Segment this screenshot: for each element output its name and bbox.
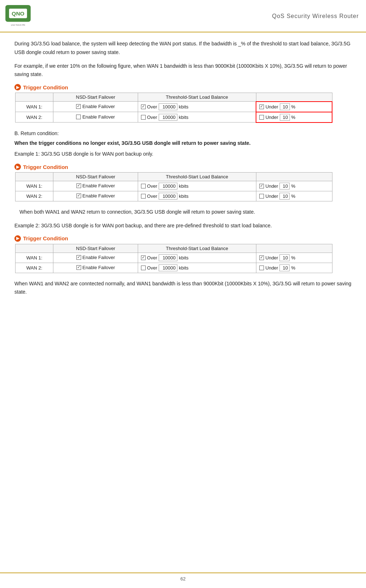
t2-wan1-thresh-value[interactable]: 10000 xyxy=(159,183,177,190)
t2-wan2-nsd-checkbox[interactable] xyxy=(76,193,81,198)
t2-wan2-extra-value[interactable]: 10 xyxy=(279,193,290,200)
t3-wan2-threshold: Over 10000 kbits xyxy=(138,263,256,273)
t3-wan1-extra: Under 10 % xyxy=(256,253,332,263)
t2-wan1-extra: Under 10 % xyxy=(256,181,332,191)
t3-wan1-nsd: Enable Failover xyxy=(53,253,138,263)
return-bold: When the trigger conditions no longer ex… xyxy=(14,139,352,148)
trigger-icon-2: ▶ xyxy=(14,164,21,170)
t3-wan2-extra-value[interactable]: 10 xyxy=(279,264,290,271)
t3-wan2-nsd-checkbox[interactable] xyxy=(76,265,81,270)
th-nsd-2: NSD-Start Failover xyxy=(53,173,138,181)
svg-text:QNO: QNO xyxy=(12,10,24,17)
t2-wan1-nsd-checkbox[interactable] xyxy=(76,183,81,188)
example1-note: When both WAN1 and WAN2 return to connec… xyxy=(14,208,352,217)
t2-wan1-nsd: Enable Failover xyxy=(53,181,138,191)
t3-wan2-extra: Under 10 % xyxy=(256,263,332,273)
wan1-threshold: Over 10000 kbits xyxy=(138,102,256,112)
example2-label: Example 2: 3G/3.5G USB dongle is for WAN… xyxy=(14,222,352,230)
wan1-label: WAN 1: xyxy=(16,102,53,112)
page-footer: 62 xyxy=(0,573,366,582)
wan2-extra-value[interactable]: 10 xyxy=(280,114,290,121)
t2-wan2-extra: Under 10 % xyxy=(256,191,332,201)
t3-wan2-label: WAN 2: xyxy=(16,263,53,273)
condition-table-1: NSD-Start Failover Threshold-Start Load … xyxy=(15,93,332,123)
wan2-extra: Under 10 % xyxy=(256,112,332,122)
trigger-section-2: ▶ Trigger Condition NSD-Start Failover T… xyxy=(14,164,352,201)
trigger-label-3: ▶ Trigger Condition xyxy=(14,235,352,242)
t2-wan1-thresh-checkbox[interactable] xyxy=(141,184,146,188)
t2-wan1-extra-value[interactable]: 10 xyxy=(279,183,290,190)
th-threshold-1: Threshold-Start Load Balance xyxy=(138,93,256,102)
trigger-label-1: ▶ Trigger Condition xyxy=(14,84,352,90)
t2-wan1-label: WAN 1: xyxy=(16,181,53,191)
t3-wan2-nsd: Enable Failover xyxy=(53,263,138,273)
table-row: WAN 1: Enable Failover Over 10000 kbits xyxy=(16,102,332,112)
return-heading: B. Return condition: xyxy=(14,129,352,138)
example2-note: When WAN1 and WAN2 are conntected normal… xyxy=(14,280,352,297)
wan2-threshold: Over 10000 kbits xyxy=(138,112,256,122)
wan1-nsd: Enable Failover xyxy=(53,102,138,112)
trigger-label-2: ▶ Trigger Condition xyxy=(14,164,352,170)
wan2-nsd: Enable Failover xyxy=(53,112,138,122)
wan1-extra-value[interactable]: 10 xyxy=(280,103,290,110)
table-row: WAN 1: Enable Failover Over 10000 kbits xyxy=(16,253,332,263)
t3-wan1-extra-checkbox[interactable] xyxy=(259,255,264,260)
wan1-nsd-checkbox[interactable] xyxy=(76,104,81,109)
wan2-nsd-checkbox[interactable] xyxy=(76,115,81,119)
wan2-label: WAN 2: xyxy=(16,112,53,122)
th-extra-1 xyxy=(256,93,332,102)
wan1-thresh-value[interactable]: 10000 xyxy=(159,103,177,110)
intro-para2: For example, if we enter 10% on the foll… xyxy=(14,62,352,79)
t3-wan1-extra-value[interactable]: 10 xyxy=(279,254,290,261)
trigger-section-3: ▶ Trigger Condition NSD-Start Failover T… xyxy=(14,235,352,273)
table-row: WAN 2: Enable Failover Over 10000 kbits xyxy=(16,191,332,201)
th-extra-3 xyxy=(256,244,332,253)
wan2-extra-checkbox[interactable] xyxy=(259,115,264,120)
t2-wan1-threshold: Over 10000 kbits xyxy=(138,181,256,191)
qno-logo: QNO your future life xyxy=(4,4,32,29)
th-wan-2 xyxy=(16,173,53,181)
th-extra-2 xyxy=(256,173,332,181)
wan1-extra-checkbox[interactable] xyxy=(259,104,264,109)
trigger-section-1: ▶ Trigger Condition NSD-Start Failover T… xyxy=(14,84,352,123)
t3-wan1-nsd-checkbox[interactable] xyxy=(76,255,81,260)
example1-label: Example 1: 3G/3.5G USB dongle is for WAN… xyxy=(14,150,352,159)
t3-wan2-extra-checkbox[interactable] xyxy=(259,266,264,270)
condition-table-2: NSD-Start Failover Threshold-Start Load … xyxy=(15,172,332,201)
th-nsd-1: NSD-Start Failover xyxy=(53,93,138,102)
trigger-icon-1: ▶ xyxy=(14,84,21,90)
t2-wan2-extra-checkbox[interactable] xyxy=(259,194,264,199)
table-row: WAN 2: Enable Failover Over 10000 kbits xyxy=(16,112,332,122)
page-number: 62 xyxy=(180,576,185,582)
page-header: QNO your future life QoS Security Wirele… xyxy=(0,0,366,32)
t2-wan2-label: WAN 2: xyxy=(16,191,53,201)
t3-wan2-thresh-value[interactable]: 10000 xyxy=(159,264,177,271)
t2-wan2-thresh-value[interactable]: 10000 xyxy=(159,193,177,200)
th-nsd-3: NSD-Start Failover xyxy=(53,244,138,253)
intro-para1: During 3G/3.5G load balance, the system … xyxy=(14,40,352,57)
t2-wan1-extra-checkbox[interactable] xyxy=(259,184,264,188)
th-threshold-2: Threshold-Start Load Balance xyxy=(138,173,256,181)
table-row: WAN 1: Enable Failover Over 10000 kbits xyxy=(16,181,332,191)
t2-wan2-thresh-checkbox[interactable] xyxy=(141,194,146,199)
t3-wan1-threshold: Over 10000 kbits xyxy=(138,253,256,263)
t3-wan1-thresh-checkbox[interactable] xyxy=(141,255,146,260)
wan2-thresh-value[interactable]: 10000 xyxy=(159,114,177,121)
main-content: During 3G/3.5G load balance, the system … xyxy=(0,32,366,309)
t2-wan2-nsd: Enable Failover xyxy=(53,191,138,201)
trigger-icon-3: ▶ xyxy=(14,235,21,242)
wan1-extra: Under 10 % xyxy=(256,102,332,112)
wan1-thresh-checkbox[interactable] xyxy=(141,104,146,109)
t3-wan1-label: WAN 1: xyxy=(16,253,53,263)
wan2-thresh-checkbox[interactable] xyxy=(141,115,146,120)
logo-area: QNO your future life xyxy=(4,4,32,29)
th-wan-3 xyxy=(16,244,53,253)
t3-wan1-thresh-value[interactable]: 10000 xyxy=(159,254,177,261)
th-threshold-3: Threshold-Start Load Balance xyxy=(138,244,256,253)
header-title: QoS Security Wireless Router xyxy=(272,13,359,19)
t3-wan2-thresh-checkbox[interactable] xyxy=(141,266,146,270)
svg-text:your future life: your future life xyxy=(11,23,25,26)
t2-wan2-threshold: Over 10000 kbits xyxy=(138,191,256,201)
th-wan-1 xyxy=(16,93,53,102)
condition-table-3: NSD-Start Failover Threshold-Start Load … xyxy=(15,244,332,273)
